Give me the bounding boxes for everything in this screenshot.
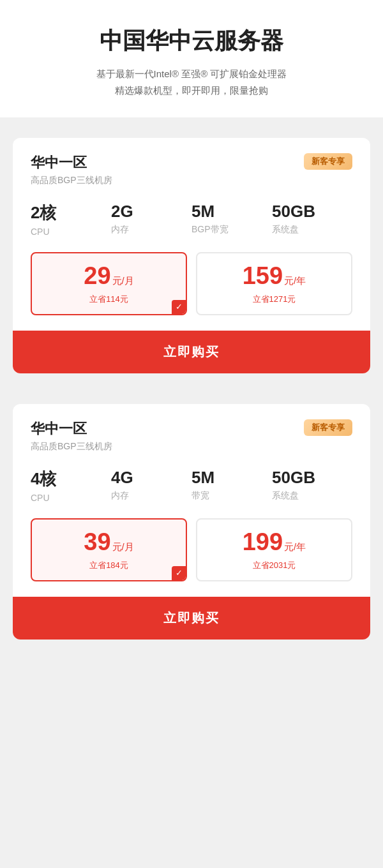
spec-label-3: 系统盘 [272, 224, 352, 236]
buy-button[interactable]: 立即购买 [13, 597, 370, 640]
price-main-0: 29 元/月 [42, 262, 176, 290]
price-main-0: 39 元/月 [42, 528, 176, 556]
spec-value-2: 5M [192, 468, 272, 488]
spec-value-2: 5M [192, 202, 272, 221]
price-save-1: 立省2031元 [207, 560, 341, 571]
card-top: 华中一区 新客专享 [31, 153, 352, 172]
page-subtitle: 基于最新一代Intel® 至强® 可扩展铂金处理器 精选爆款机型，即开即用，限量… [19, 66, 364, 98]
spec-label-0: CPU [31, 227, 111, 237]
spec-label-2: BGP带宽 [192, 224, 272, 236]
price-number-1: 159 [243, 262, 283, 290]
spec-item-0: 2核 CPU [31, 202, 111, 237]
card-subtitle: 高品质BGP三线机房 [31, 441, 352, 453]
spec-value-3: 50GB [272, 468, 352, 488]
card-subtitle: 高品质BGP三线机房 [31, 175, 352, 186]
price-save-0: 立省114元 [42, 294, 176, 305]
buy-button[interactable]: 立即购买 [13, 331, 370, 373]
specs-row: 4核 CPU 4G 内存 5M 带宽 50GB 系统盘 [31, 468, 352, 503]
spec-label-1: 内存 [111, 224, 192, 236]
price-row: 29 元/月 立省114元 159 元/年 立省1271元 [31, 252, 352, 331]
spec-item-0: 4核 CPU [31, 468, 111, 503]
price-main-1: 159 元/年 [207, 262, 341, 290]
price-box-1[interactable]: 159 元/年 立省1271元 [196, 252, 352, 315]
price-save-1: 立省1271元 [207, 294, 341, 305]
spec-item-1: 4G 内存 [111, 468, 192, 503]
price-main-1: 199 元/年 [207, 528, 341, 556]
spec-label-1: 内存 [111, 490, 192, 502]
page-title: 中国华中云服务器 [19, 26, 364, 57]
card-region: 华中一区 [31, 419, 87, 438]
spec-label-2: 带宽 [192, 490, 272, 502]
spec-value-1: 4G [111, 468, 192, 488]
card-body: 华中一区 新客专享 高品质BGP三线机房 2核 CPU 2G 内存 5M BGP… [13, 138, 370, 331]
spec-item-2: 5M 带宽 [192, 468, 272, 503]
specs-row: 2核 CPU 2G 内存 5M BGP带宽 50GB 系统盘 [31, 202, 352, 237]
price-number-1: 199 [243, 528, 283, 556]
price-box-1[interactable]: 199 元/年 立省2031元 [196, 518, 352, 581]
spec-value-0: 4核 [31, 468, 111, 490]
price-unit-0: 元/月 [112, 541, 134, 553]
server-card-1: 华中一区 新客专享 高品质BGP三线机房 2核 CPU 2G 内存 5M BGP… [13, 138, 370, 373]
price-number-0: 29 [84, 262, 110, 290]
server-card-2: 华中一区 新客专享 高品质BGP三线机房 4核 CPU 4G 内存 5M 带宽 [13, 404, 370, 640]
price-box-0[interactable]: 29 元/月 立省114元 [31, 252, 187, 315]
new-customer-badge: 新客专享 [304, 419, 352, 436]
spec-item-3: 50GB 系统盘 [272, 202, 352, 237]
price-unit-0: 元/月 [112, 275, 134, 287]
card-body: 华中一区 新客专享 高品质BGP三线机房 4核 CPU 4G 内存 5M 带宽 [13, 404, 370, 597]
price-row: 39 元/月 立省184元 199 元/年 立省2031元 [31, 518, 352, 597]
spec-item-3: 50GB 系统盘 [272, 468, 352, 503]
spec-label-0: CPU [31, 493, 111, 503]
spec-label-3: 系统盘 [272, 490, 352, 502]
new-customer-badge: 新客专享 [304, 153, 352, 170]
price-number-0: 39 [84, 528, 110, 556]
price-save-0: 立省184元 [42, 560, 176, 571]
spec-item-1: 2G 内存 [111, 202, 192, 237]
spec-item-2: 5M BGP带宽 [192, 202, 272, 237]
price-unit-1: 元/年 [284, 541, 306, 553]
header: 中国华中云服务器 基于最新一代Intel® 至强® 可扩展铂金处理器 精选爆款机… [0, 0, 383, 117]
card-top: 华中一区 新客专享 [31, 419, 352, 438]
price-unit-1: 元/年 [284, 275, 306, 287]
spec-value-0: 2核 [31, 202, 111, 224]
card-region: 华中一区 [31, 153, 87, 172]
spec-value-1: 2G [111, 202, 192, 221]
price-box-0[interactable]: 39 元/月 立省184元 [31, 518, 187, 581]
spec-value-3: 50GB [272, 202, 352, 221]
